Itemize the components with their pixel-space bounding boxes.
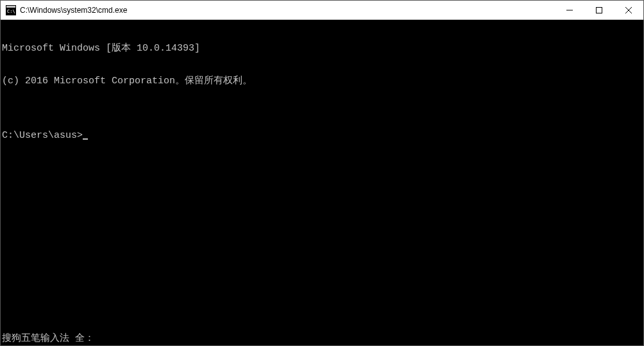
terminal-prompt-line: C:\Users\asus>: [2, 130, 642, 141]
cursor: [83, 138, 88, 140]
svg-rect-1: [6, 6, 15, 8]
terminal-output-line: Microsoft Windows [版本 10.0.14393]: [2, 43, 642, 54]
minimize-button[interactable]: [555, 1, 584, 19]
ime-status: 搜狗五笔输入法 全：: [2, 333, 94, 344]
window-controls: [555, 1, 643, 19]
maximize-button[interactable]: [584, 1, 614, 19]
svg-text:C:\: C:\: [7, 9, 15, 14]
window-title: C:\Windows\system32\cmd.exe: [20, 6, 555, 15]
close-button[interactable]: [614, 1, 643, 19]
titlebar: C:\ C:\Windows\system32\cmd.exe: [1, 1, 643, 20]
terminal-output-line: (c) 2016 Microsoft Corporation。保留所有权利。: [2, 76, 642, 86]
terminal-area[interactable]: Microsoft Windows [版本 10.0.14393] (c) 20…: [1, 20, 643, 345]
cmd-icon: C:\: [6, 5, 16, 15]
svg-rect-4: [597, 7, 602, 13]
prompt-text: C:\Users\asus>: [2, 130, 83, 141]
